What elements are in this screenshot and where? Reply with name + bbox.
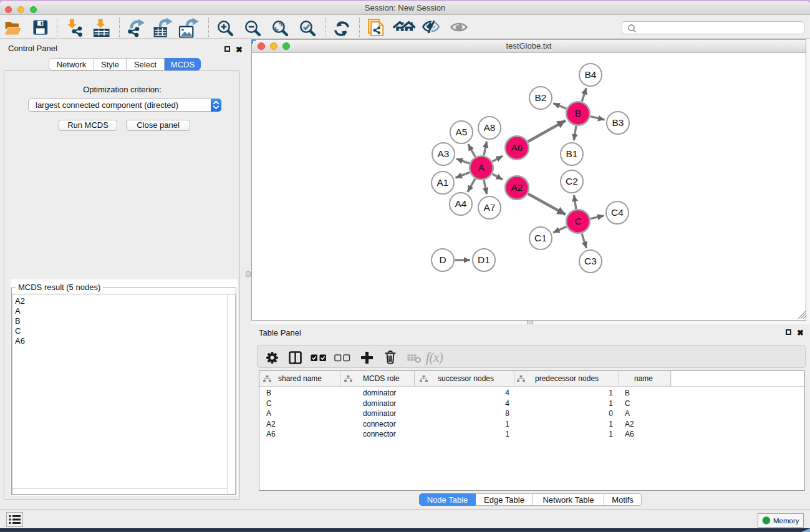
svg-text:C4: C4: [611, 207, 624, 218]
svg-text:A8: A8: [484, 122, 496, 133]
svg-text:B4: B4: [585, 69, 597, 80]
svg-text:D1: D1: [478, 254, 490, 265]
svg-text:B1: B1: [566, 148, 578, 159]
svg-text:C2: C2: [566, 176, 578, 186]
svg-text:A5: A5: [456, 127, 468, 137]
svg-text:Memory: Memory: [773, 517, 799, 525]
svg-text:A: A: [478, 162, 485, 173]
svg-text:A1: A1: [437, 177, 449, 188]
svg-text:f(x): f(x): [426, 351, 443, 365]
svg-text:C: C: [574, 216, 581, 226]
svg-text:D: D: [439, 254, 446, 265]
svg-text:B3: B3: [612, 117, 624, 128]
svg-text:A3: A3: [438, 148, 450, 159]
svg-text:A2: A2: [511, 182, 523, 193]
svg-text:A6: A6: [511, 142, 523, 153]
svg-text:B2: B2: [535, 92, 547, 103]
svg-text:A4: A4: [455, 198, 467, 209]
svg-text:C1: C1: [534, 233, 547, 243]
svg-text:A7: A7: [484, 202, 496, 213]
svg-text:B: B: [575, 108, 581, 118]
svg-text:C3: C3: [584, 256, 597, 266]
